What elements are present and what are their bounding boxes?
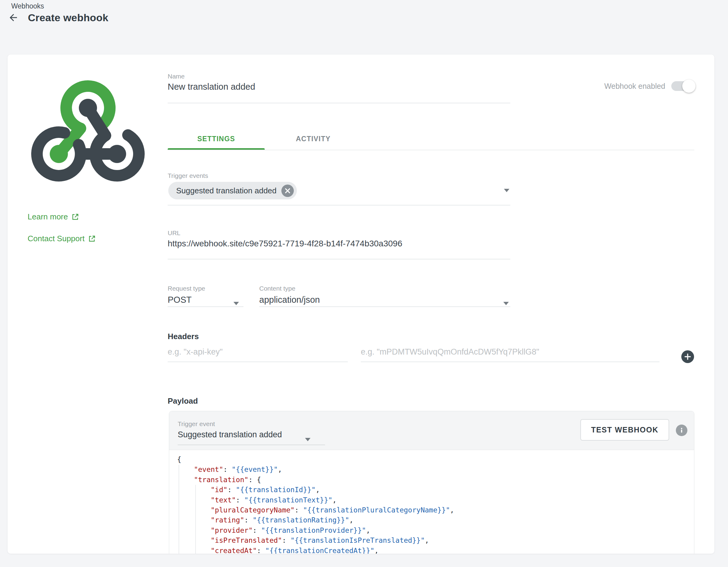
trigger-events-select[interactable]: Suggested translation added bbox=[168, 182, 297, 200]
create-webhook-page: Webhooks Create webhook Learn more bbox=[0, 0, 728, 567]
webhook-logo bbox=[27, 76, 149, 186]
webhook-enabled-row: Webhook enabled bbox=[604, 81, 694, 91]
header-key-input[interactable] bbox=[168, 347, 348, 362]
name-label: Name bbox=[168, 73, 185, 80]
code-line: "id": "{{translationId}}", bbox=[177, 485, 694, 495]
trigger-event-chip[interactable]: Suggested translation added bbox=[168, 182, 297, 200]
contact-support-link[interactable]: Contact Support bbox=[28, 234, 96, 243]
test-webhook-button[interactable]: TEST WEBHOOK bbox=[580, 419, 669, 441]
code-line: { bbox=[177, 455, 694, 465]
content-type-select[interactable]: application/json bbox=[259, 295, 320, 305]
learn-more-label: Learn more bbox=[28, 212, 68, 222]
content-type-label: Content type bbox=[259, 285, 295, 292]
external-link-icon bbox=[72, 213, 79, 221]
payload-box: Trigger event Suggested translation adde… bbox=[169, 411, 694, 554]
plus-icon bbox=[684, 353, 692, 361]
payload-header: Trigger event Suggested translation adde… bbox=[169, 411, 694, 450]
contact-support-label: Contact Support bbox=[28, 234, 85, 243]
payload-code: {"event": "{{event}}","translation": {"i… bbox=[177, 455, 694, 554]
create-webhook-card: Learn more Contact Support Name Webhook … bbox=[8, 55, 714, 554]
webhook-enabled-label: Webhook enabled bbox=[604, 82, 665, 91]
trigger-events-dropdown-caret[interactable] bbox=[504, 189, 509, 192]
payload-trigger-event-underline bbox=[178, 444, 325, 445]
name-underline bbox=[168, 103, 510, 103]
content-type-caret[interactable] bbox=[503, 302, 509, 305]
request-type-underline bbox=[168, 306, 243, 307]
url-label: URL bbox=[168, 230, 180, 237]
tab-settings[interactable]: SETTINGS bbox=[168, 131, 265, 147]
name-input[interactable] bbox=[168, 82, 501, 92]
code-line: "translation": { bbox=[177, 475, 694, 485]
payload-title: Payload bbox=[168, 396, 198, 406]
code-line: "isPreTranslated": "{{translationIsPreTr… bbox=[177, 535, 694, 545]
page-header: Create webhook bbox=[7, 12, 108, 24]
url-underline bbox=[168, 259, 510, 260]
url-input[interactable] bbox=[168, 239, 510, 249]
toggle-knob bbox=[682, 79, 696, 93]
close-icon bbox=[285, 188, 290, 194]
code-line: "createdAt": "{{translationCreatedAt}}", bbox=[177, 546, 694, 554]
payload-trigger-event-select[interactable]: Suggested translation added bbox=[178, 430, 282, 439]
payload-trigger-event-label: Trigger event bbox=[178, 420, 215, 428]
breadcrumb[interactable]: Webhooks bbox=[11, 2, 44, 10]
indent-guide bbox=[195, 485, 196, 554]
header-value-input[interactable] bbox=[361, 347, 659, 362]
info-icon[interactable] bbox=[676, 424, 687, 436]
code-line: "text": "{{translationText}}", bbox=[177, 495, 694, 505]
code-line: "provider": "{{translationProvider}}", bbox=[177, 525, 694, 535]
add-header-button[interactable] bbox=[681, 350, 694, 363]
indent-guide bbox=[179, 465, 179, 554]
learn-more-link[interactable]: Learn more bbox=[28, 212, 79, 222]
external-link-icon bbox=[88, 235, 96, 243]
trigger-events-label: Trigger events bbox=[168, 172, 208, 180]
tab-activity[interactable]: ACTIVITY bbox=[265, 131, 362, 147]
request-type-caret[interactable] bbox=[233, 302, 239, 305]
chip-remove-button[interactable] bbox=[281, 185, 294, 197]
payload-code-editor[interactable]: {"event": "{{event}}","translation": {"i… bbox=[169, 450, 694, 554]
webhook-enabled-toggle[interactable] bbox=[671, 81, 694, 91]
code-line: "event": "{{event}}", bbox=[177, 465, 694, 475]
headers-title: Headers bbox=[168, 332, 199, 341]
chip-label: Suggested translation added bbox=[176, 186, 277, 196]
trigger-events-underline bbox=[168, 205, 510, 206]
code-line: "rating": "{{translationRating}}", bbox=[177, 515, 694, 525]
payload-trigger-event-caret[interactable] bbox=[305, 438, 310, 441]
request-type-select[interactable]: POST bbox=[168, 295, 192, 305]
code-line: "pluralCategoryName": "{{translationPlur… bbox=[177, 505, 694, 515]
tab-bar: SETTINGS ACTIVITY bbox=[168, 131, 362, 147]
back-arrow-icon[interactable] bbox=[7, 12, 19, 24]
info-glyph bbox=[678, 427, 685, 434]
request-type-label: Request type bbox=[168, 285, 205, 292]
content-type-underline bbox=[259, 306, 510, 307]
page-title: Create webhook bbox=[28, 12, 108, 24]
tabs-divider bbox=[168, 150, 694, 150]
